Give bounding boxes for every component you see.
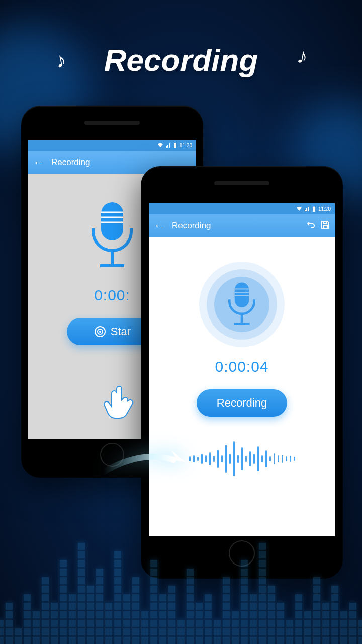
phone-mock-after: 11:20 ← Recording [141,166,343,579]
microphone-halo [199,262,285,347]
status-bar: 11:20 [28,140,196,151]
battery-icon [173,143,177,148]
appbar-title: Recording [172,221,302,231]
tap-hand-icon [103,382,138,422]
status-bar: 11:20 [149,203,335,214]
svg-rect-2 [101,202,123,240]
button-label: Star [111,325,131,338]
tap-target-icon [94,325,107,338]
microphone-icon [82,198,142,276]
wifi-icon [157,143,163,148]
svg-rect-0 [174,143,176,148]
arrow-icon [101,445,191,480]
svg-rect-1 [174,143,175,143]
clock-text: 11:20 [179,143,192,148]
signal-icon [305,206,310,211]
signal-icon [166,143,171,148]
wifi-icon [296,206,302,211]
svg-rect-12 [313,206,314,207]
svg-rect-11 [313,207,315,212]
undo-icon[interactable] [307,220,316,231]
button-label: Recording [217,396,267,409]
app-bar: ← Recording [149,214,335,237]
recording-button[interactable]: Recording [197,389,287,417]
battery-icon [312,206,316,212]
equalizer-decor [0,533,362,644]
save-icon[interactable] [321,220,330,231]
svg-point-10 [99,331,101,333]
back-arrow-icon[interactable]: ← [33,156,44,169]
back-arrow-icon[interactable]: ← [154,219,165,232]
clock-text: 11:20 [318,206,331,212]
timer-text: 0:00:04 [149,358,335,375]
